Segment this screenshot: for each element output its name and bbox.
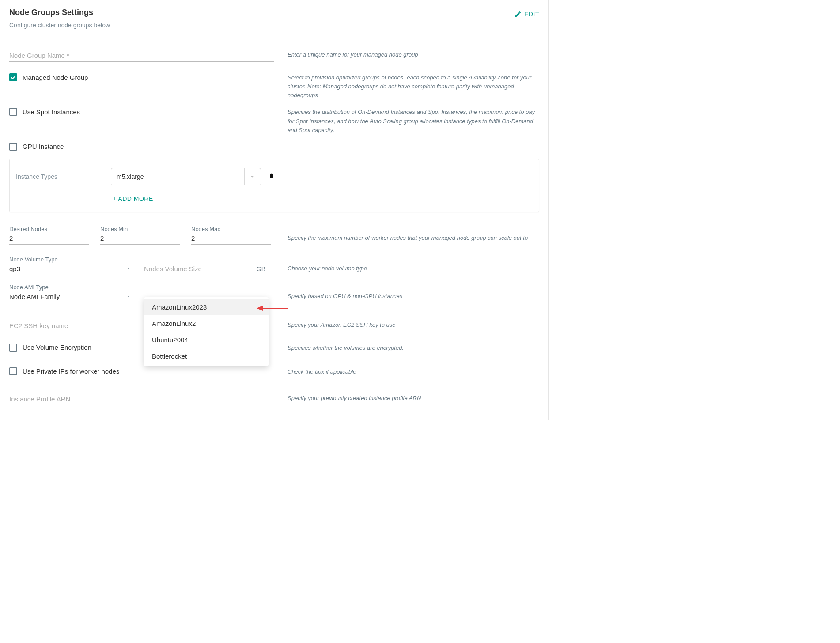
- nodes-max-label: Nodes Max: [191, 226, 271, 232]
- nodes-volume-size-input[interactable]: [144, 264, 265, 275]
- page-header: Node Groups Settings Configure cluster n…: [0, 0, 548, 37]
- node-group-name-hint: Enter a unique name for your managed nod…: [274, 50, 539, 59]
- instance-types-card: Instance Types m5.xlarge + ADD MORE: [9, 159, 539, 212]
- ami-option-amazonlinux2023[interactable]: AmazonLinux2023: [144, 299, 269, 315]
- use-volume-encryption-label: Use Volume Encryption: [23, 344, 91, 351]
- node-ami-family-value: Node AMI Family: [9, 293, 60, 300]
- nodes-max-input[interactable]: [191, 233, 271, 245]
- ami-option-ubuntu2004[interactable]: Ubuntu2004: [144, 332, 269, 348]
- page-title: Node Groups Settings: [9, 8, 539, 17]
- use-volume-encryption-checkbox[interactable]: [9, 344, 17, 352]
- instance-type-value: m5.xlarge: [117, 173, 144, 180]
- ami-option-amazonlinux2[interactable]: AmazonLinux2: [144, 315, 269, 332]
- node-volume-type-select[interactable]: gp3: [9, 264, 131, 275]
- use-spot-instances-checkbox[interactable]: [9, 108, 17, 116]
- chevron-down-icon: [244, 168, 255, 185]
- page-subtitle: Configure cluster node groups below: [9, 22, 539, 29]
- instance-types-label: Instance Types: [16, 173, 106, 180]
- desired-nodes-input[interactable]: [9, 233, 89, 245]
- instance-profile-arn-hint: Specify your previously created instance…: [274, 394, 539, 403]
- use-private-ips-label: Use Private IPs for worker nodes: [23, 367, 119, 375]
- nodes-min-input[interactable]: [100, 233, 180, 245]
- pencil-icon: [515, 11, 522, 18]
- use-spot-instances-label: Use Spot Instances: [23, 108, 80, 116]
- node-ami-family-select[interactable]: Node AMI Family: [9, 291, 131, 303]
- managed-node-group-hint: Select to provision optimized groups of …: [274, 73, 539, 100]
- caret-down-icon: [126, 294, 131, 299]
- desired-nodes-label: Desired Nodes: [9, 226, 89, 232]
- instance-type-select[interactable]: m5.xlarge: [111, 168, 261, 185]
- use-private-ips-hint: Check the box if applicable: [274, 367, 539, 376]
- instance-profile-arn-input[interactable]: [9, 394, 265, 405]
- managed-node-group-label: Managed Node Group: [23, 74, 88, 81]
- edit-button[interactable]: EDIT: [515, 11, 539, 18]
- nodes-min-label: Nodes Min: [100, 226, 180, 232]
- node-volume-type-hint: Choose your node volume type: [274, 256, 539, 273]
- use-volume-encryption-hint: Specifies whether the volumes are encryp…: [274, 344, 539, 352]
- node-ami-type-hint: Specify based on GPU & non-GPU instances: [274, 284, 539, 301]
- edit-button-label: EDIT: [524, 11, 539, 18]
- node-volume-type-value: gp3: [9, 265, 20, 272]
- ami-family-dropdown: AmazonLinux2023 AmazonLinux2 Ubuntu2004 …: [144, 297, 269, 366]
- use-spot-instances-hint: Specifies the distribution of On-Demand …: [274, 108, 539, 134]
- ec2-ssh-key-hint: Specify your Amazon EC2 SSH key to use: [274, 321, 539, 329]
- gpu-instance-label: GPU Instance: [23, 143, 64, 150]
- node-ami-type-label: Node AMI Type: [9, 284, 131, 291]
- add-more-button[interactable]: + ADD MORE: [113, 195, 528, 202]
- caret-down-icon: [126, 266, 131, 271]
- ami-option-bottlerocket[interactable]: Bottlerocket: [144, 348, 269, 364]
- trash-icon: [268, 172, 275, 180]
- delete-instance-type-button[interactable]: [268, 172, 275, 182]
- nodes-hint: Specify the maximum number of worker nod…: [274, 226, 539, 242]
- use-private-ips-checkbox[interactable]: [9, 367, 17, 375]
- managed-node-group-checkbox[interactable]: [9, 73, 17, 81]
- node-group-name-input[interactable]: [9, 50, 274, 62]
- arrow-annotation-icon: [257, 306, 288, 311]
- gpu-instance-checkbox[interactable]: [9, 143, 17, 151]
- volume-size-unit: GB: [257, 265, 265, 272]
- node-volume-type-label: Node Volume Type: [9, 256, 131, 263]
